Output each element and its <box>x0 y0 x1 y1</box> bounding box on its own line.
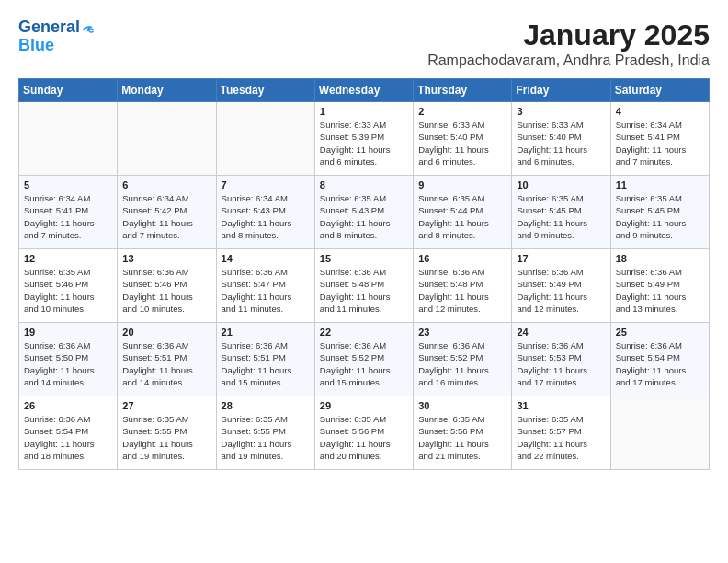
calendar-cell: 31Sunrise: 6:35 AM Sunset: 5:57 PM Dayli… <box>512 396 610 470</box>
calendar-week-row: 12Sunrise: 6:35 AM Sunset: 5:46 PM Dayli… <box>19 249 710 323</box>
day-info: Sunrise: 6:34 AM Sunset: 5:42 PM Dayligh… <box>122 192 210 241</box>
calendar-cell: 6Sunrise: 6:34 AM Sunset: 5:42 PM Daylig… <box>118 176 216 249</box>
day-info: Sunrise: 6:36 AM Sunset: 5:51 PM Dayligh… <box>122 339 210 388</box>
calendar-header-row: SundayMondayTuesdayWednesdayThursdayFrid… <box>19 79 710 102</box>
day-info: Sunrise: 6:35 AM Sunset: 5:45 PM Dayligh… <box>616 192 704 241</box>
day-number: 11 <box>616 179 704 190</box>
calendar-cell: 28Sunrise: 6:35 AM Sunset: 5:55 PM Dayli… <box>216 396 314 470</box>
day-info: Sunrise: 6:35 AM Sunset: 5:57 PM Dayligh… <box>517 413 605 462</box>
day-info: Sunrise: 6:36 AM Sunset: 5:54 PM Dayligh… <box>24 413 112 462</box>
day-info: Sunrise: 6:34 AM Sunset: 5:43 PM Dayligh… <box>222 192 310 241</box>
calendar-cell: 17Sunrise: 6:36 AM Sunset: 5:49 PM Dayli… <box>512 249 610 323</box>
calendar-subtitle: Rampachodavaram, Andhra Pradesh, India <box>427 52 710 69</box>
day-number: 3 <box>517 106 605 117</box>
calendar-title: January 2025 <box>427 18 710 52</box>
day-number: 10 <box>517 179 605 190</box>
day-info: Sunrise: 6:35 AM Sunset: 5:43 PM Dayligh… <box>320 192 408 241</box>
day-number: 23 <box>418 327 506 338</box>
calendar-cell: 14Sunrise: 6:36 AM Sunset: 5:47 PM Dayli… <box>216 249 314 323</box>
day-number: 20 <box>122 327 210 338</box>
day-number: 4 <box>616 106 704 117</box>
day-number: 21 <box>222 327 310 338</box>
calendar-cell <box>610 396 709 470</box>
day-info: Sunrise: 6:36 AM Sunset: 5:53 PM Dayligh… <box>517 339 605 388</box>
calendar-cell: 25Sunrise: 6:36 AM Sunset: 5:54 PM Dayli… <box>610 323 709 396</box>
day-info: Sunrise: 6:34 AM Sunset: 5:41 PM Dayligh… <box>616 119 704 167</box>
calendar-cell: 4Sunrise: 6:34 AM Sunset: 5:41 PM Daylig… <box>610 102 709 176</box>
day-number: 16 <box>418 253 506 264</box>
calendar-cell: 1Sunrise: 6:33 AM Sunset: 5:39 PM Daylig… <box>314 102 413 176</box>
title-section: January 2025 Rampachodavaram, Andhra Pra… <box>427 18 710 69</box>
calendar-cell: 21Sunrise: 6:36 AM Sunset: 5:51 PM Dayli… <box>216 323 314 396</box>
calendar-cell: 2Sunrise: 6:33 AM Sunset: 5:40 PM Daylig… <box>414 102 512 176</box>
column-header-monday: Monday <box>118 79 216 102</box>
day-number: 14 <box>222 253 310 264</box>
day-number: 17 <box>517 253 605 264</box>
day-info: Sunrise: 6:33 AM Sunset: 5:39 PM Dayligh… <box>320 119 408 167</box>
column-header-saturday: Saturday <box>610 79 709 102</box>
calendar-cell: 18Sunrise: 6:36 AM Sunset: 5:49 PM Dayli… <box>610 249 709 323</box>
calendar-cell: 30Sunrise: 6:35 AM Sunset: 5:56 PM Dayli… <box>414 396 512 470</box>
day-number: 29 <box>320 400 408 411</box>
calendar-cell: 29Sunrise: 6:35 AM Sunset: 5:56 PM Dayli… <box>314 396 413 470</box>
day-number: 15 <box>320 253 408 264</box>
calendar-cell: 16Sunrise: 6:36 AM Sunset: 5:48 PM Dayli… <box>414 249 512 323</box>
day-info: Sunrise: 6:36 AM Sunset: 5:47 PM Dayligh… <box>222 266 310 315</box>
day-number: 2 <box>418 106 506 117</box>
day-number: 7 <box>222 179 310 190</box>
day-info: Sunrise: 6:35 AM Sunset: 5:55 PM Dayligh… <box>122 413 210 462</box>
day-info: Sunrise: 6:36 AM Sunset: 5:52 PM Dayligh… <box>418 339 506 388</box>
calendar-cell: 3Sunrise: 6:33 AM Sunset: 5:40 PM Daylig… <box>512 102 610 176</box>
calendar-cell: 8Sunrise: 6:35 AM Sunset: 5:43 PM Daylig… <box>314 176 413 249</box>
column-header-thursday: Thursday <box>414 79 512 102</box>
day-info: Sunrise: 6:36 AM Sunset: 5:51 PM Dayligh… <box>222 339 310 388</box>
day-number: 5 <box>24 179 112 190</box>
day-number: 1 <box>320 106 408 117</box>
day-info: Sunrise: 6:36 AM Sunset: 5:52 PM Dayligh… <box>320 339 408 388</box>
calendar-cell: 19Sunrise: 6:36 AM Sunset: 5:50 PM Dayli… <box>19 323 118 396</box>
day-info: Sunrise: 6:36 AM Sunset: 5:48 PM Dayligh… <box>320 266 408 315</box>
day-number: 26 <box>24 400 112 411</box>
column-header-sunday: Sunday <box>19 79 118 102</box>
calendar-cell: 9Sunrise: 6:35 AM Sunset: 5:44 PM Daylig… <box>414 176 512 249</box>
day-number: 25 <box>616 327 704 338</box>
calendar-week-row: 19Sunrise: 6:36 AM Sunset: 5:50 PM Dayli… <box>19 323 710 396</box>
calendar-cell: 22Sunrise: 6:36 AM Sunset: 5:52 PM Dayli… <box>314 323 413 396</box>
column-header-tuesday: Tuesday <box>216 79 314 102</box>
calendar-cell: 24Sunrise: 6:36 AM Sunset: 5:53 PM Dayli… <box>512 323 610 396</box>
day-number: 8 <box>320 179 408 190</box>
day-info: Sunrise: 6:33 AM Sunset: 5:40 PM Dayligh… <box>517 119 605 167</box>
calendar-cell <box>216 102 314 176</box>
day-info: Sunrise: 6:35 AM Sunset: 5:44 PM Dayligh… <box>418 192 506 241</box>
day-info: Sunrise: 6:34 AM Sunset: 5:41 PM Dayligh… <box>24 192 112 241</box>
calendar-cell <box>118 102 216 176</box>
day-info: Sunrise: 6:33 AM Sunset: 5:40 PM Dayligh… <box>418 119 506 167</box>
calendar-week-row: 1Sunrise: 6:33 AM Sunset: 5:39 PM Daylig… <box>19 102 710 176</box>
day-info: Sunrise: 6:36 AM Sunset: 5:50 PM Dayligh… <box>24 339 112 388</box>
calendar-cell: 23Sunrise: 6:36 AM Sunset: 5:52 PM Dayli… <box>414 323 512 396</box>
day-info: Sunrise: 6:35 AM Sunset: 5:56 PM Dayligh… <box>418 413 506 462</box>
day-number: 28 <box>222 400 310 411</box>
day-number: 30 <box>418 400 506 411</box>
calendar-cell: 27Sunrise: 6:35 AM Sunset: 5:55 PM Dayli… <box>118 396 216 470</box>
day-info: Sunrise: 6:36 AM Sunset: 5:49 PM Dayligh… <box>517 266 605 315</box>
calendar-week-row: 5Sunrise: 6:34 AM Sunset: 5:41 PM Daylig… <box>19 176 710 249</box>
calendar-cell <box>19 102 118 176</box>
calendar-table: SundayMondayTuesdayWednesdayThursdayFrid… <box>18 78 710 470</box>
calendar-cell: 26Sunrise: 6:36 AM Sunset: 5:54 PM Dayli… <box>19 396 118 470</box>
day-info: Sunrise: 6:36 AM Sunset: 5:49 PM Dayligh… <box>616 266 704 315</box>
calendar-cell: 15Sunrise: 6:36 AM Sunset: 5:48 PM Dayli… <box>314 249 413 323</box>
column-header-wednesday: Wednesday <box>314 79 413 102</box>
day-number: 13 <box>122 253 210 264</box>
calendar-cell: 13Sunrise: 6:36 AM Sunset: 5:46 PM Dayli… <box>118 249 216 323</box>
calendar-cell: 5Sunrise: 6:34 AM Sunset: 5:41 PM Daylig… <box>19 176 118 249</box>
day-info: Sunrise: 6:35 AM Sunset: 5:56 PM Dayligh… <box>320 413 408 462</box>
day-number: 9 <box>418 179 506 190</box>
day-number: 27 <box>122 400 210 411</box>
day-number: 6 <box>122 179 210 190</box>
calendar-body: 1Sunrise: 6:33 AM Sunset: 5:39 PM Daylig… <box>19 102 710 470</box>
calendar-cell: 10Sunrise: 6:35 AM Sunset: 5:45 PM Dayli… <box>512 176 610 249</box>
logo-text: General Blue <box>18 18 95 55</box>
day-info: Sunrise: 6:35 AM Sunset: 5:55 PM Dayligh… <box>222 413 310 462</box>
day-info: Sunrise: 6:36 AM Sunset: 5:46 PM Dayligh… <box>122 266 210 315</box>
